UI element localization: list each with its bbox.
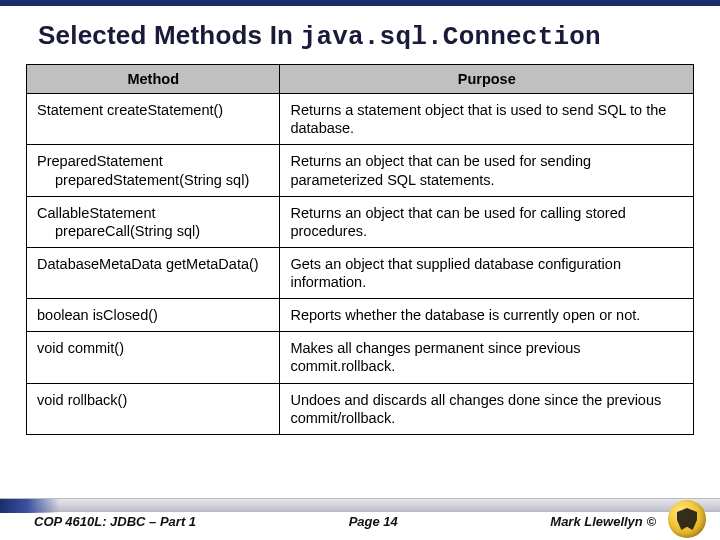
method-line1: CallableStatement xyxy=(37,205,156,221)
methods-table-container: Method Purpose Statement createStatement… xyxy=(0,64,720,435)
methods-table: Method Purpose Statement createStatement… xyxy=(26,64,694,435)
title-code: java.sql.Connection xyxy=(301,22,601,52)
page-title: Selected Methods In java.sql.Connection xyxy=(0,6,720,64)
footer-author: Mark Llewellyn © xyxy=(550,514,656,529)
title-prefix: Selected Methods In xyxy=(38,20,301,50)
method-line1: void rollback() xyxy=(37,392,127,408)
method-cell: PreparedStatementpreparedStatement(Strin… xyxy=(27,145,280,196)
method-cell: Statement createStatement() xyxy=(27,94,280,145)
method-line1: Statement createStatement() xyxy=(37,102,223,118)
footer-course: COP 4610L: JDBC – Part 1 xyxy=(34,514,196,529)
table-row: DatabaseMetaData getMetaData()Gets an ob… xyxy=(27,247,694,298)
method-cell: void rollback() xyxy=(27,383,280,434)
method-cell: void commit() xyxy=(27,332,280,383)
table-row: void commit()Makes all changes permanent… xyxy=(27,332,694,383)
ucf-logo-icon xyxy=(668,500,706,538)
purpose-cell: Reports whether the database is currentl… xyxy=(280,299,694,332)
method-cell: boolean isClosed() xyxy=(27,299,280,332)
table-row: boolean isClosed()Reports whether the da… xyxy=(27,299,694,332)
method-line2: prepareCall(String sql) xyxy=(37,222,269,240)
purpose-cell: Returns an object that can be used for s… xyxy=(280,145,694,196)
table-header-row: Method Purpose xyxy=(27,65,694,94)
method-line1: void commit() xyxy=(37,340,124,356)
footer-page: Page 14 xyxy=(349,514,398,529)
method-cell: DatabaseMetaData getMetaData() xyxy=(27,247,280,298)
header-purpose: Purpose xyxy=(280,65,694,94)
purpose-cell: Returns a statement object that is used … xyxy=(280,94,694,145)
table-row: Statement createStatement()Returns a sta… xyxy=(27,94,694,145)
method-line1: boolean isClosed() xyxy=(37,307,158,323)
table-row: void rollback()Undoes and discards all c… xyxy=(27,383,694,434)
table-row: PreparedStatementpreparedStatement(Strin… xyxy=(27,145,694,196)
slide-footer: COP 4610L: JDBC – Part 1 Page 14 Mark Ll… xyxy=(0,498,720,540)
table-row: CallableStatementprepareCall(String sql)… xyxy=(27,196,694,247)
footer-beam xyxy=(0,498,720,512)
method-line1: PreparedStatement xyxy=(37,153,163,169)
purpose-cell: Makes all changes permanent since previo… xyxy=(280,332,694,383)
purpose-cell: Undoes and discards all changes done sin… xyxy=(280,383,694,434)
header-method: Method xyxy=(27,65,280,94)
method-line1: DatabaseMetaData getMetaData() xyxy=(37,256,259,272)
purpose-cell: Gets an object that supplied database co… xyxy=(280,247,694,298)
method-line2: preparedStatement(String sql) xyxy=(37,171,269,189)
method-cell: CallableStatementprepareCall(String sql) xyxy=(27,196,280,247)
footer-text: COP 4610L: JDBC – Part 1 Page 14 Mark Ll… xyxy=(0,514,720,529)
purpose-cell: Returns an object that can be used for c… xyxy=(280,196,694,247)
